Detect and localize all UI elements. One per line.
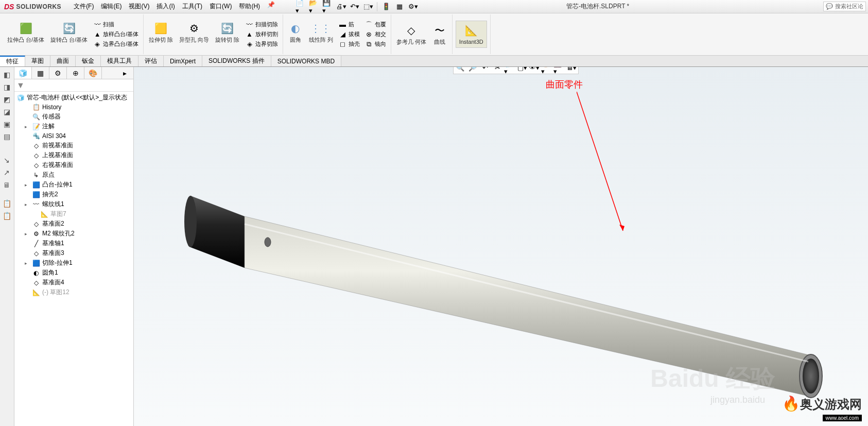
rail-btn-7[interactable]: ↘ <box>1 155 12 166</box>
tab-evaluate[interactable]: 评估 <box>138 56 164 66</box>
tree-item-5[interactable]: ◇上视基准面 <box>14 150 133 160</box>
tab-sketch[interactable]: 草图 <box>25 56 50 66</box>
tab-sheetmetal[interactable]: 钣金 <box>76 56 101 66</box>
tree-item-6[interactable]: ◇右视基准面 <box>14 160 133 170</box>
new-button[interactable]: 📄▾ <box>296 2 307 12</box>
panel-tab-property[interactable]: ▦ <box>32 67 49 79</box>
boss-revolve-button[interactable]: 🔄旋转凸 台/基体 <box>48 20 90 49</box>
zoom-fit-button[interactable]: 🔍 <box>455 67 466 73</box>
tree-item-18[interactable]: ◇基准面4 <box>14 278 133 287</box>
tree-item-19[interactable]: 📐(-) 草图12 <box>14 287 133 297</box>
select-button[interactable]: ⬚▾ <box>362 2 374 12</box>
tree-item-0[interactable]: 📋History <box>14 103 133 112</box>
panel-tab-tree[interactable]: 🧊 <box>14 67 32 79</box>
rail-btn-2[interactable]: ◨ <box>1 81 12 93</box>
rail-btn-10[interactable]: 📋 <box>1 198 12 209</box>
tree-item-9[interactable]: 🟦抽壳2 <box>14 190 133 199</box>
instant3d-button[interactable]: 📐Instant3D <box>456 21 487 47</box>
cut-extrude-button[interactable]: 🟨拉伸切 除 <box>147 20 175 49</box>
tree-item-12[interactable]: ◇基准面2 <box>14 219 133 229</box>
loft-button[interactable]: ▲放样凸台/基体 <box>92 30 140 39</box>
curves-button[interactable]: 〜曲线 <box>430 22 449 46</box>
tree-item-15[interactable]: ◇基准面3 <box>14 248 133 258</box>
print-button[interactable]: 🖨▾ <box>336 2 347 12</box>
hole-wizard-button[interactable]: ⚙异型孔 向导 <box>177 20 211 49</box>
menu-insert[interactable]: 插入(I) <box>153 1 178 12</box>
draft-button[interactable]: ◢拔模 <box>337 30 361 39</box>
scene-button[interactable]: 🌄▾ <box>553 67 565 73</box>
panel-tab-expand[interactable]: ▸ <box>116 67 133 79</box>
panel-tab-config[interactable]: ⚙ <box>49 67 67 79</box>
intersect-button[interactable]: ⊗相交 <box>363 30 388 39</box>
display-style-button[interactable]: ▢▾ <box>516 67 528 73</box>
open-button[interactable]: 📂▾ <box>309 2 320 12</box>
search-community[interactable]: 💬 搜索社区论 <box>823 2 866 11</box>
menu-file[interactable]: 文件(F) <box>71 1 97 12</box>
sweep-button[interactable]: 〰扫描 <box>92 20 140 29</box>
tree-item-label: 圆角1 <box>42 268 58 277</box>
tree-item-10[interactable]: ▸〰螺纹线1 <box>14 199 133 209</box>
tree-item-2[interactable]: ▸📝注解 <box>14 122 133 131</box>
tree-item-4[interactable]: ◇前视基准面 <box>14 141 133 150</box>
pin-icon[interactable]: 📌 <box>267 1 275 12</box>
tree-item-11[interactable]: 📐草图7 <box>14 209 133 219</box>
rail-btn-4[interactable]: ◪ <box>1 106 12 117</box>
tree-item-8[interactable]: ▸🟦凸台-拉伸1 <box>14 180 133 190</box>
cut-loft-button[interactable]: ▲放样切割 <box>244 30 280 39</box>
tree-root[interactable]: 🧊 管芯-电池杆 (默认<<默认>_显示状态 <box>14 93 133 103</box>
tab-mold[interactable]: 模具工具 <box>101 56 138 66</box>
undo-button[interactable]: ↶▾ <box>349 2 360 12</box>
rebuild-button[interactable]: 🚦 <box>380 2 392 12</box>
options-button[interactable]: ▦ <box>394 2 405 12</box>
panel-tab-dim[interactable]: ⊕ <box>67 67 84 79</box>
rail-btn-11[interactable]: 📋 <box>1 210 12 221</box>
rail-btn-6[interactable]: ▤ <box>1 131 12 142</box>
zoom-area-button[interactable]: 🔎 <box>467 67 478 73</box>
graphics-viewport[interactable]: 🔍 🔎 ↶ ✂ 🧊▾ ▢▾ 👁▾ 🎨▾ 🌄▾ 🖥▾ 曲面零件 <box>134 67 868 426</box>
shell-button[interactable]: ◻抽壳 <box>337 40 361 49</box>
fillet-button[interactable]: ◐圆角 <box>286 20 305 49</box>
hide-show-button[interactable]: 👁▾ <box>529 67 540 73</box>
tree-item-7[interactable]: ↳原点 <box>14 170 133 180</box>
rail-btn-5[interactable]: ▣ <box>1 118 12 130</box>
menu-view[interactable]: 视图(V) <box>126 1 152 12</box>
cut-revolve-button[interactable]: 🔄旋转切 除 <box>213 20 241 49</box>
tree-item-1[interactable]: 🔍传感器 <box>14 112 133 122</box>
tree-item-16[interactable]: ▸🟦切除-拉伸1 <box>14 258 133 268</box>
save-button[interactable]: 💾▾ <box>322 2 334 12</box>
settings-button[interactable]: ⚙▾ <box>407 2 419 12</box>
boss-extrude-button[interactable]: 🟩拉伸凸 台/基体 <box>5 20 46 49</box>
tab-features[interactable]: 特征 <box>0 56 25 66</box>
rail-btn-8[interactable]: ↗ <box>1 167 12 178</box>
tab-surface[interactable]: 曲面 <box>50 56 76 66</box>
rib-button[interactable]: ▬筋 <box>337 20 361 29</box>
tab-plugins[interactable]: SOLIDWORKS 插件 <box>202 56 271 66</box>
menu-edit[interactable]: 编辑(E) <box>98 1 125 12</box>
menu-tools[interactable]: 工具(T) <box>179 1 205 12</box>
tree-item-13[interactable]: ▸⚙M2 螺纹孔2 <box>14 229 133 238</box>
tree-item-17[interactable]: ◐圆角1 <box>14 268 133 278</box>
ref-geometry-button[interactable]: ◇参考几 何体 <box>394 22 428 46</box>
mirror-button[interactable]: ⧉镜向 <box>363 40 388 49</box>
menu-help[interactable]: 帮助(H) <box>236 1 263 12</box>
menu-window[interactable]: 窗口(W) <box>206 1 235 12</box>
rail-btn-9[interactable]: 🖥 <box>1 179 12 191</box>
boundary-button[interactable]: ◈边界凸台/基体 <box>92 40 140 49</box>
tree-filter[interactable]: ▼ <box>14 79 133 92</box>
section-view-button[interactable]: ✂ <box>492 67 503 73</box>
appearance-button[interactable]: 🎨▾ <box>541 67 552 73</box>
view-settings-button[interactable]: 🖥▾ <box>566 67 577 73</box>
cut-boundary-button[interactable]: ◈边界切除 <box>244 40 280 49</box>
linear-pattern-button[interactable]: ⋮⋮线性阵 列 <box>307 20 335 49</box>
cut-sweep-button[interactable]: 〰扫描切除 <box>244 20 280 29</box>
tab-dimxpert[interactable]: DimXpert <box>164 56 202 66</box>
rail-btn-3[interactable]: ◩ <box>1 94 12 105</box>
tab-mbd[interactable]: SOLIDWORKS MBD <box>271 56 341 66</box>
tree-item-14[interactable]: ╱基准轴1 <box>14 238 133 248</box>
rail-btn-1[interactable]: ◧ <box>1 69 12 80</box>
panel-tab-display[interactable]: 🎨 <box>84 67 102 79</box>
tree-item-3[interactable]: 🔩AISI 304 <box>14 131 133 141</box>
prev-view-button[interactable]: ↶ <box>479 67 491 73</box>
wrap-button[interactable]: ⌒包覆 <box>363 20 388 29</box>
view-orientation-button[interactable]: 🧊▾ <box>504 67 515 73</box>
